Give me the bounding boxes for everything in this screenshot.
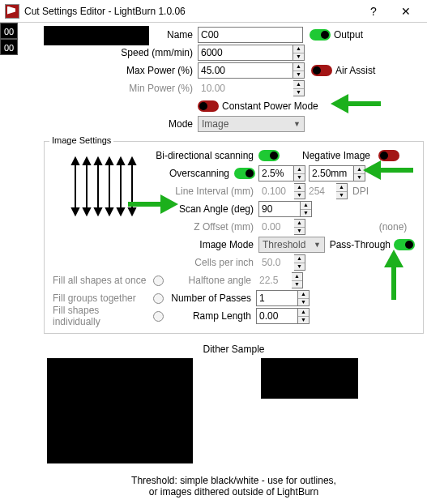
dither-sample: [44, 358, 424, 472]
speed-spinner[interactable]: ▲▼: [293, 45, 305, 61]
layer-swatch[interactable]: 00: [0, 39, 18, 55]
dpi-spinner: ▲▼: [336, 183, 348, 199]
minpower-value: 10.00: [198, 83, 293, 94]
airassist-label: Air Assist: [335, 65, 375, 76]
chevron-down-icon: ▼: [314, 241, 321, 249]
ramp-label: Ramp Length: [164, 310, 256, 322]
negimg-toggle[interactable]: [378, 150, 399, 161]
footer-line1: Threshold: simple black/white - use for …: [44, 475, 424, 486]
scanangle-input[interactable]: [258, 201, 301, 217]
mode-combo[interactable]: Image▼: [198, 116, 305, 132]
scanangle-spinner[interactable]: ▲▼: [301, 201, 312, 217]
svg-marker-13: [117, 158, 124, 164]
fillgroups-label: Fill groups together: [48, 293, 153, 304]
svg-marker-7: [95, 158, 101, 164]
cpi-spinner: ▲▼: [294, 254, 305, 271]
fillshapes-radio[interactable]: [153, 311, 164, 322]
minpower-label: Min Power (%): [117, 83, 198, 94]
bidir-label: Bi-directional scanning: [153, 150, 258, 161]
airassist-toggle[interactable]: [311, 65, 332, 76]
maxpower-label: Max Power (%): [117, 65, 198, 76]
maxpower-spinner[interactable]: ▲▼: [293, 62, 305, 79]
app-icon: [5, 4, 19, 19]
lineint-value: 0.100: [258, 186, 294, 197]
svg-marker-10: [106, 158, 113, 164]
fillall-label: Fill all shapes at once: [48, 275, 153, 286]
svg-marker-14: [117, 208, 124, 215]
passthrough-toggle[interactable]: [394, 239, 415, 250]
footer-line2: or images dithered outside of LightBurn: [44, 486, 424, 498]
cpi-value: 50.0: [258, 257, 294, 268]
svg-marker-11: [106, 208, 113, 215]
passes-spinner[interactable]: ▲▼: [298, 290, 310, 306]
scanangle-label: Scan Angle (deg): [153, 203, 258, 215]
speed-input[interactable]: [198, 45, 293, 61]
ramp-input[interactable]: [256, 308, 298, 324]
constant-power-toggle[interactable]: [198, 100, 219, 112]
mode-label: Mode: [149, 118, 198, 130]
overscan-mm-input[interactable]: [309, 165, 354, 182]
name-input[interactable]: [198, 27, 303, 43]
svg-marker-8: [95, 208, 101, 215]
ramp-spinner[interactable]: ▲▼: [298, 308, 310, 324]
svg-marker-1: [72, 158, 79, 164]
window-title: Cut Settings Editor - LightBurn 1.0.06: [24, 6, 357, 17]
imagemode-label: Image Mode: [153, 239, 258, 250]
halftone-spinner: ▲▼: [292, 272, 303, 288]
bidir-toggle[interactable]: [258, 150, 280, 161]
speed-label: Speed (mm/min): [117, 47, 198, 58]
dpi-value: 254: [309, 186, 336, 197]
halftone-label: Halftone angle: [164, 275, 256, 286]
overscan-label: Overscanning: [153, 168, 234, 179]
fillall-radio[interactable]: [153, 275, 164, 286]
name-label: Name: [149, 29, 198, 41]
none-label: (none): [371, 221, 420, 233]
halftone-value: 22.5: [256, 275, 292, 286]
overscan-pct-input[interactable]: [258, 165, 294, 182]
chevron-down-icon: ▼: [293, 120, 301, 128]
help-button[interactable]: ?: [357, 5, 390, 18]
zoffset-label: Z Offset (mm): [153, 221, 258, 233]
zoffset-spinner: ▲▼: [294, 219, 305, 235]
maxpower-input[interactable]: [198, 62, 293, 79]
fillgroups-radio[interactable]: [153, 293, 164, 304]
svg-marker-2: [72, 208, 79, 215]
passes-label: Number of Passes: [164, 293, 256, 304]
zoffset-value: 0.00: [258, 221, 294, 233]
scan-direction-icon: [70, 156, 143, 216]
svg-marker-4: [83, 158, 90, 164]
fillshapes-label: Fill shapes individually: [48, 305, 153, 327]
negimg-label: Negative Image: [302, 150, 375, 161]
svg-marker-16: [129, 158, 135, 164]
minpower-spinner: ▲▼: [293, 80, 305, 96]
dpi-label: DPI: [352, 186, 374, 197]
passes-input[interactable]: [256, 290, 298, 306]
layer-swatch[interactable]: 00: [0, 23, 18, 39]
close-button[interactable]: ✕: [390, 5, 422, 18]
constant-power-label: Constant Power Mode: [222, 100, 318, 112]
image-settings-legend: Image Settings: [49, 135, 113, 145]
passthrough-label: Pass-Through: [330, 239, 391, 250]
overscan-toggle[interactable]: [234, 168, 255, 179]
svg-marker-5: [83, 208, 90, 215]
overscan-pct-spinner[interactable]: ▲▼: [294, 165, 305, 182]
overscan-mm-spinner[interactable]: ▲▼: [354, 165, 365, 182]
output-toggle[interactable]: [310, 29, 331, 41]
imagemode-combo[interactable]: Threshold▼: [258, 237, 325, 253]
lineint-label: Line Interval (mm): [153, 186, 258, 197]
lineint-spinner: ▲▼: [294, 183, 305, 199]
output-label: Output: [334, 29, 363, 41]
dither-title: Dither Sample: [44, 344, 424, 355]
svg-marker-17: [129, 208, 135, 215]
cpi-label: Cells per inch: [153, 257, 258, 268]
